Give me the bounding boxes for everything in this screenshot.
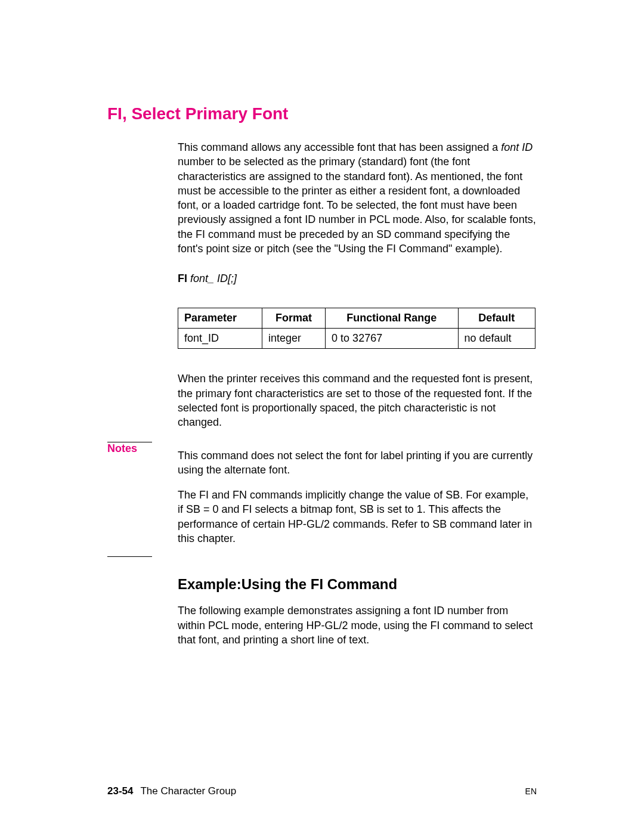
th-range: Functional Range <box>326 308 458 329</box>
notes-p2: The FI and FN commands implicitly change… <box>178 488 537 546</box>
footer-chapter: The Character Group <box>140 785 236 797</box>
footer-lang: EN <box>525 786 537 796</box>
section-title: FI, Select Primary Font <box>107 104 537 123</box>
notes-block: Notes This command does not select the f… <box>107 442 537 558</box>
th-default: Default <box>458 308 535 329</box>
subsection-body: The following example demonstrates assig… <box>178 603 537 647</box>
intro-paragraph: This command allows any accessible font … <box>178 140 537 256</box>
notes-label: Notes <box>107 442 137 455</box>
after-table-paragraph: When the printer receives this command a… <box>178 371 537 429</box>
td-range: 0 to 32767 <box>326 329 458 349</box>
parameter-table: Parameter Format Functional Range Defaul… <box>178 308 535 349</box>
page-container: FI, Select Primary Font This command all… <box>0 0 644 833</box>
footer-page-number: 23-54 <box>107 785 133 797</box>
subsection-title: Example:Using the FI Command <box>178 576 537 593</box>
th-format: Format <box>262 308 326 329</box>
table-header-row: Parameter Format Functional Range Defaul… <box>178 308 535 329</box>
notes-content: This command does not select the font fo… <box>178 448 537 546</box>
notes-p1: This command does not select the font fo… <box>178 448 537 478</box>
subsection-text: The following example demonstrates assig… <box>178 603 537 647</box>
syntax-cmd: FI <box>178 272 187 284</box>
page-footer: 23-54 The Character Group EN <box>107 785 537 797</box>
syntax-line: FI font_ ID[;] <box>178 272 537 285</box>
after-table-text: When the printer receives this command a… <box>178 371 537 429</box>
td-default: no default <box>458 329 535 349</box>
td-format: integer <box>262 329 326 349</box>
footer-left: 23-54 The Character Group <box>107 785 236 797</box>
notes-rule-bottom <box>107 556 152 557</box>
th-parameter: Parameter <box>178 308 262 329</box>
table-row: font_ID integer 0 to 32767 no default <box>178 329 535 349</box>
intro-text: This command allows any accessible font … <box>178 140 537 256</box>
td-parameter: font_ID <box>178 329 262 349</box>
syntax-param-text: font_ ID[;] <box>190 272 237 284</box>
